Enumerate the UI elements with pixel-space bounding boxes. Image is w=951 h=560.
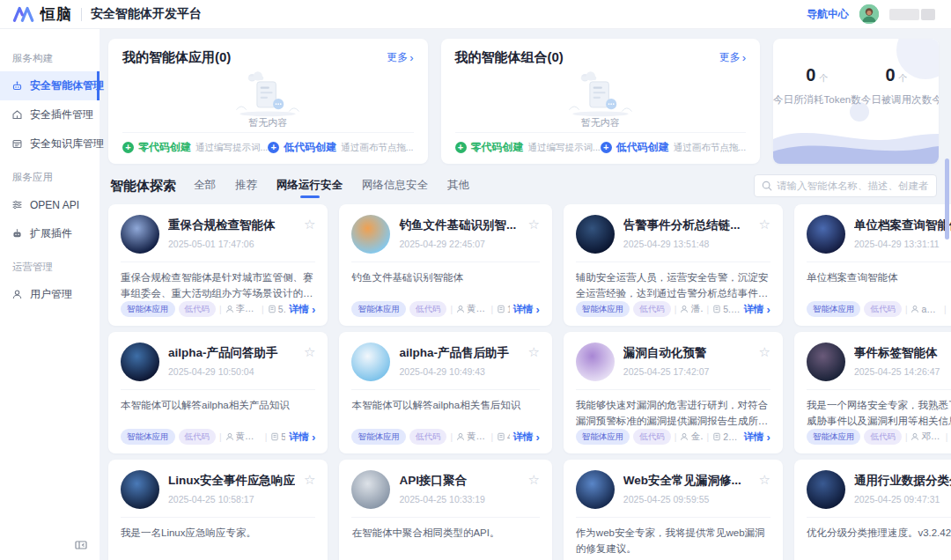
agent-title: 重保合规检查智能体 bbox=[168, 217, 295, 233]
user-name-redacted[interactable] bbox=[889, 9, 935, 20]
star-icon[interactable]: ☆ bbox=[758, 215, 770, 254]
agent-card[interactable]: 事件标签智能体 2025-04-25 14:26:47 ☆ 我是一个网络安全专家… bbox=[794, 332, 951, 453]
agent-type-tag: 智能体应用 bbox=[121, 301, 175, 317]
agent-card[interactable]: ailpha-产品问答助手 2025-04-29 10:50:04 ☆ 本智能体… bbox=[108, 332, 328, 453]
stat-unit: 个 bbox=[819, 73, 828, 83]
code-type-tag: 低代码 bbox=[633, 429, 671, 445]
agent-date: 2025-04-29 13:31:11 bbox=[854, 239, 951, 249]
zero-code-create-button[interactable]: + 零代码创建 通过编写提示词... bbox=[455, 140, 601, 155]
agent-description: 我是一名Linux应急响应专家。 bbox=[121, 525, 315, 541]
detail-link[interactable]: 详情› bbox=[513, 431, 540, 444]
sidebar-item-label: 安全知识库管理 bbox=[30, 136, 104, 151]
agent-title: ailpha-产品问答助手 bbox=[168, 345, 295, 361]
star-icon[interactable]: ☆ bbox=[304, 215, 315, 254]
agent-avatar bbox=[807, 343, 845, 381]
agent-card[interactable]: 漏洞自动化预警 2025-04-25 17:42:07 ☆ 我能够快速对漏洞的危… bbox=[564, 332, 783, 453]
star-icon[interactable]: ☆ bbox=[304, 343, 315, 381]
document-icon bbox=[712, 432, 721, 441]
agent-title: API接口聚合 bbox=[399, 473, 519, 489]
sidebar-item-open-api[interactable]: OPEN API bbox=[0, 190, 100, 219]
my-apps-more-link[interactable]: 更多› bbox=[387, 50, 413, 65]
agent-date: 2025-04-25 09:47:31 bbox=[854, 494, 951, 505]
divider bbox=[576, 389, 770, 390]
code-type-tag: 低代码 bbox=[409, 429, 447, 445]
document-icon bbox=[497, 432, 505, 441]
user-icon bbox=[11, 289, 23, 300]
sidebar-item-label: 用户管理 bbox=[30, 287, 72, 302]
agent-card[interactable]: ailpha-产品售后助手 2025-04-29 10:49:43 ☆ 本智能体… bbox=[339, 332, 551, 453]
agent-card[interactable]: Linux安全事件应急响应 2025-04-25 10:58:17 ☆ 我是一名… bbox=[108, 460, 328, 560]
agent-card[interactable]: 重保合规检查智能体 2025-05-01 17:47:06 ☆ 重保合规检查智能… bbox=[108, 204, 328, 326]
star-icon[interactable]: ☆ bbox=[304, 470, 315, 509]
detail-link[interactable]: 详情› bbox=[289, 303, 315, 316]
sidebar-item-agent-management[interactable]: 安全智能体管理 bbox=[0, 71, 100, 100]
agent-card[interactable]: 通用行业数据分类分... 2025-04-25 09:47:31 ★ 优化分级分… bbox=[794, 460, 951, 560]
sidebar-item-extension-plugins[interactable]: 扩展插件 bbox=[0, 219, 100, 248]
separator: | bbox=[490, 432, 493, 442]
star-icon[interactable]: ☆ bbox=[527, 343, 539, 381]
low-code-create-button[interactable]: + 低代码创建 通过画布节点拖... bbox=[601, 140, 746, 155]
sidebar-item-plugin-management[interactable]: 安全插件管理 bbox=[0, 100, 100, 129]
agent-title: ailpha-产品售后助手 bbox=[399, 345, 519, 361]
agent-creator: away bbox=[910, 304, 940, 314]
my-combos-more-link[interactable]: 更多› bbox=[719, 50, 746, 65]
agent-card[interactable]: Web安全常见漏洞修... 2025-04-25 09:59:55 ☆ 作为we… bbox=[564, 460, 783, 560]
main-content: 我的智能体应用(0) 更多› bbox=[100, 29, 951, 560]
zero-code-create-button[interactable]: + 零代码创建 通过编写提示词... bbox=[122, 140, 268, 155]
agent-creator: 黄麓峰 bbox=[456, 431, 487, 443]
separator: | bbox=[450, 305, 453, 314]
star-icon[interactable]: ☆ bbox=[758, 343, 770, 381]
star-icon[interactable]: ☆ bbox=[527, 215, 539, 254]
separator: | bbox=[219, 305, 222, 314]
empty-text: 暂无内容 bbox=[581, 116, 620, 129]
tab-network-information-security[interactable]: 网络信息安全 bbox=[362, 174, 428, 198]
detail-link[interactable]: 详情› bbox=[513, 303, 540, 316]
agent-avatar bbox=[121, 470, 159, 509]
agent-date: 2025-04-25 09:59:55 bbox=[623, 494, 750, 505]
person-icon bbox=[910, 432, 919, 441]
user-avatar[interactable] bbox=[859, 4, 879, 24]
agent-description: 作为web安全专家，我将提供常见web漏洞的修复建议。 bbox=[576, 525, 770, 557]
plus-icon: + bbox=[122, 142, 134, 153]
my-combos-title: 我的智能体组合(0) bbox=[455, 49, 564, 66]
stat-value: 0 bbox=[806, 65, 815, 85]
detail-link[interactable]: 详情› bbox=[289, 431, 315, 444]
tab-other[interactable]: 其他 bbox=[447, 174, 469, 198]
star-icon[interactable]: ☆ bbox=[758, 470, 770, 509]
agent-card[interactable]: API接口聚合 2025-04-25 10:33:19 ☆ 在智能体中聚合相同类… bbox=[339, 460, 551, 560]
separator: | bbox=[905, 305, 908, 314]
agent-usage-count: 5.06k bbox=[712, 304, 740, 314]
person-icon bbox=[225, 305, 234, 313]
person-icon bbox=[680, 432, 689, 441]
sidebar-item-label: OPEN API bbox=[30, 199, 79, 211]
collapse-sidebar-icon[interactable] bbox=[75, 539, 87, 551]
robot-icon bbox=[11, 80, 23, 92]
empty-illustration bbox=[225, 69, 310, 118]
sidebar-item-knowledge-management[interactable]: 安全知识库管理 bbox=[0, 129, 100, 158]
agent-usage-count: 5 bbox=[270, 431, 285, 442]
agent-creator: 黄麓峰 bbox=[456, 303, 487, 315]
separator: | bbox=[905, 432, 908, 442]
star-icon[interactable]: ☆ bbox=[527, 470, 539, 509]
agent-avatar bbox=[807, 215, 845, 254]
agent-card[interactable]: 钓鱼文件基础识别智... 2025-04-29 22:45:07 ☆ 钓鱼文件基… bbox=[339, 204, 551, 326]
plus-icon: + bbox=[455, 142, 467, 153]
tab-all[interactable]: 全部 bbox=[194, 174, 216, 198]
tab-recommended[interactable]: 推荐 bbox=[235, 174, 257, 198]
agent-card[interactable]: 告警事件分析总结链... 2025-04-29 13:51:48 ☆ 辅助安全运… bbox=[564, 204, 783, 326]
agent-usage-count: 53 bbox=[268, 304, 285, 314]
tab-network-operation-security[interactable]: 网络运行安全 bbox=[276, 174, 343, 198]
extension-icon bbox=[11, 228, 23, 239]
agent-description: 重保合规检查智能体是针对城市监管侧、赛事组委会、重大活动组办方等场景设计的AI驱… bbox=[121, 269, 315, 301]
detail-link[interactable]: 详情› bbox=[744, 431, 770, 444]
agent-date: 2025-04-29 10:49:43 bbox=[399, 366, 519, 377]
nav-center-link[interactable]: 导航中心 bbox=[807, 7, 849, 22]
scrollbar-thumb[interactable] bbox=[945, 158, 949, 239]
app-header: 恒脑 安全智能体开发平台 导航中心 bbox=[0, 0, 951, 29]
detail-link[interactable]: 详情› bbox=[744, 303, 770, 316]
sidebar-item-user-management[interactable]: 用户管理 bbox=[0, 280, 100, 309]
agent-grid: 重保合规检查智能体 2025-05-01 17:47:06 ☆ 重保合规检查智能… bbox=[108, 204, 939, 560]
agent-card[interactable]: 单位档案查询智能体 2025-04-29 13:31:11 ☆ 单位档案查询智能… bbox=[794, 204, 951, 326]
search-input[interactable] bbox=[777, 181, 929, 191]
low-code-create-button[interactable]: + 低代码创建 通过画布节点拖... bbox=[268, 140, 413, 155]
